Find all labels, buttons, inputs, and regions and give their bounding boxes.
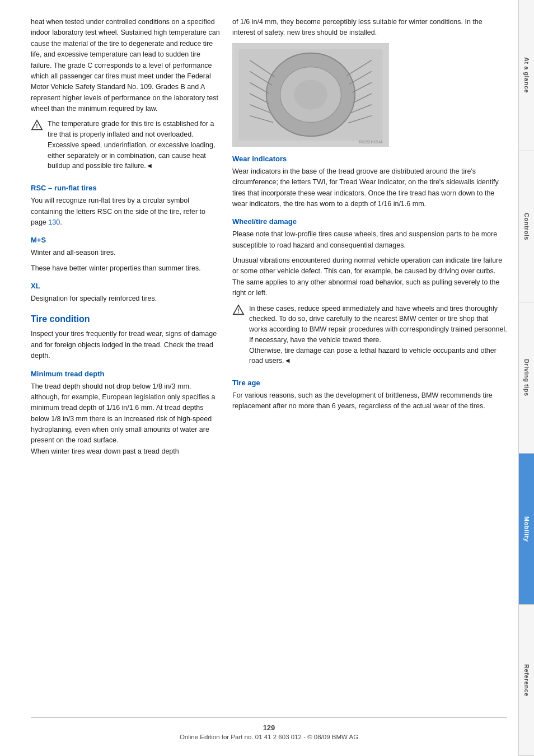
wheel-damage-note: In these cases, reduce speed immediately… <box>249 304 507 367</box>
page-number: 129 <box>31 724 507 732</box>
tire-image: ©62221H3UA <box>232 43 389 147</box>
main-content: heat when tested under controlled condit… <box>0 0 518 756</box>
note-block-temperature: ! The temperature grade for this tire is… <box>31 119 221 176</box>
right-intro: of 1/6 in/4 mm, they become perceptibly … <box>232 17 507 39</box>
wear-indicator-section: Wear indicators Wear indicators in the b… <box>232 155 507 210</box>
rsc-section: RSC – run-flat tires You will recognize … <box>31 184 221 228</box>
page-footer: 129 Online Edition for Part no. 01 41 2 … <box>31 717 507 745</box>
wheel-damage-heading: Wheel/tire damage <box>232 217 507 226</box>
tab-mobility[interactable]: Mobility <box>519 454 534 605</box>
xl-heading: XL <box>31 282 221 290</box>
warning-triangle-icon: ! <box>31 119 43 132</box>
tab-at-a-glance[interactable]: At a glance <box>519 0 534 151</box>
ms-text-1: Winter and all-season tires. <box>31 248 221 258</box>
tire-age-heading: Tire age <box>232 379 507 387</box>
tab-reference[interactable]: Reference <box>519 605 534 756</box>
temperature-note-text: The temperature grade for this tire is e… <box>48 119 221 171</box>
tire-age-text: For various reasons, such as the develop… <box>232 390 507 412</box>
tire-condition-section: Tire condition Inspect your tires freque… <box>31 314 221 457</box>
wheel-damage-text2: Unusual vibrations encountered during no… <box>232 255 507 299</box>
page-130-link[interactable]: 130 <box>48 218 60 226</box>
wheel-damage-text1: Please note that low-profile tires cause… <box>232 229 507 251</box>
ms-text-2: These have better winter properties than… <box>31 263 221 274</box>
rsc-text: You will recognize run-flat tires by a c… <box>31 195 221 228</box>
tire-condition-intro: Inspect your tires frequently for tread … <box>31 329 221 361</box>
xl-text: Designation for specially reinforced tir… <box>31 293 221 304</box>
tab-controls[interactable]: Controls <box>519 151 534 302</box>
svg-text:©62221H3UA: ©62221H3UA <box>359 140 383 144</box>
warning-triangle-icon-2: ! <box>232 304 245 316</box>
min-tread-text: The tread depth should not drop below 1/… <box>31 381 221 458</box>
svg-point-6 <box>294 80 327 109</box>
ms-section: M+S Winter and all-season tires. These h… <box>31 236 221 274</box>
min-tread-heading: Minimum tread depth <box>31 370 221 378</box>
svg-text:!: ! <box>237 307 239 314</box>
wear-indicator-text: Wear indicators in the base of the tread… <box>232 166 507 210</box>
tab-driving-tips[interactable]: Driving tips <box>519 302 534 454</box>
footer-text: Online Edition for Part no. 01 41 2 603 … <box>31 734 507 740</box>
xl-section: XL Designation for specially reinforced … <box>31 282 221 304</box>
rsc-heading: RSC – run-flat tires <box>31 184 221 192</box>
svg-text:!: ! <box>36 123 38 129</box>
left-column: heat when tested under controlled condit… <box>31 17 221 712</box>
sidebar-tabs: At a glance Controls Driving tips Mobili… <box>518 0 534 756</box>
right-column: of 1/6 in/4 mm, they become perceptibly … <box>232 17 507 712</box>
tire-age-section: Tire age For various reasons, such as th… <box>232 379 507 412</box>
wheel-damage-section: Wheel/tire damage Please note that low-p… <box>232 217 507 371</box>
left-intro-para: heat when tested under controlled condit… <box>31 17 221 114</box>
note-block-wheel-damage: ! In these cases, reduce speed immediate… <box>232 304 507 371</box>
ms-heading: M+S <box>31 236 221 244</box>
wear-indicator-heading: Wear indicators <box>232 155 507 163</box>
tire-condition-heading: Tire condition <box>31 314 221 324</box>
